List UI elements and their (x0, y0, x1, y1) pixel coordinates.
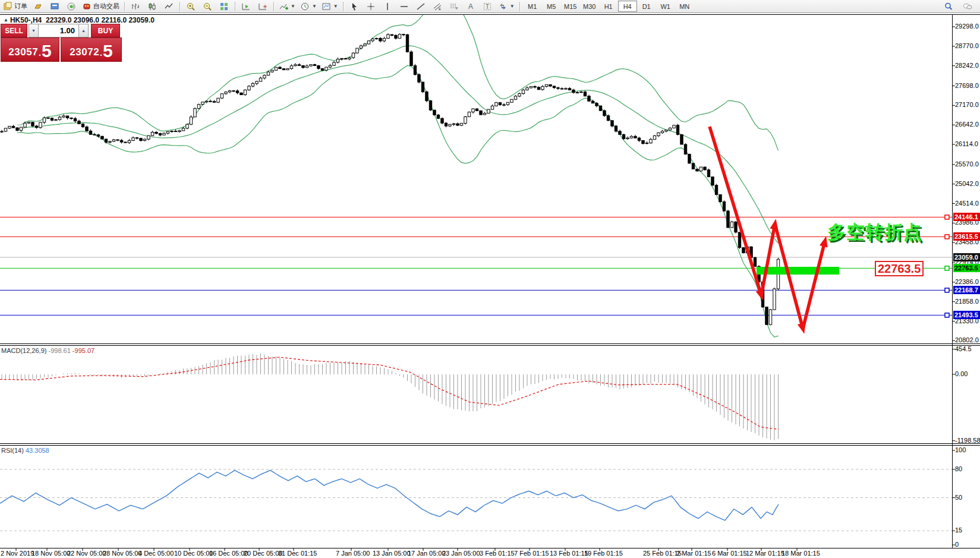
price-tick: 28770.0 (955, 42, 979, 49)
price-line-label: 23615.5 (953, 232, 980, 241)
time-tick-label: 12 Mar 01:15 (746, 550, 784, 557)
chat-icon[interactable] (960, 1, 975, 12)
time-tick-label: 4 Dec 05:00 (138, 550, 174, 557)
signals-icon[interactable] (64, 1, 79, 12)
sell-price-dot: . (39, 46, 41, 59)
timeframe-M30[interactable]: M30 (580, 1, 599, 12)
timeframe-H1[interactable]: H1 (599, 1, 618, 12)
time-tick-label: 22 Nov 05:00 (67, 550, 106, 557)
time-tick-label: 10 Dec 05:00 (174, 550, 213, 557)
candlestick-chart-button[interactable] (144, 1, 160, 12)
rsi-label: RSI(14) 43.3058 (1, 447, 49, 454)
templates-button[interactable]: ▼ (320, 1, 340, 12)
volume-decrease-button[interactable]: ▼ (29, 24, 39, 37)
price-line-label: 22763.5 (953, 264, 980, 272)
text-button[interactable]: A (463, 1, 478, 12)
new-order-button[interactable]: 订单 (1, 1, 29, 12)
macd-label: MACD(12,26,9) -998.61 -995.07 (1, 347, 94, 354)
sell-price-main: 23057 (8, 45, 38, 59)
toolbar-separator (273, 2, 274, 11)
time-tick-label: 2 Nov 2019 (1, 550, 34, 557)
price-tick: 20802.0 (955, 336, 979, 343)
chart-stage[interactable]: ▲HK50-,H4 22329.0 23096.0 22116.0 23059.… (0, 0, 980, 558)
line-chart-button[interactable] (161, 1, 177, 12)
timeframe-M5[interactable]: M5 (542, 1, 561, 12)
price-tick: 21858.0 (955, 298, 979, 305)
auto-scroll-button[interactable] (238, 1, 254, 12)
timeframe-H4[interactable]: H4 (618, 1, 637, 12)
periods-button[interactable]: ▼ (298, 1, 319, 12)
rsi-tick: 80 (955, 465, 962, 472)
symbol-ohlc: 22329.0 23096.0 22116.0 23059.0 (46, 16, 155, 24)
symbol-name: HK50-,H4 (10, 16, 42, 24)
time-tick-label: 19 Feb 01:15 (584, 550, 623, 557)
timeframe-M1[interactable]: M1 (523, 1, 542, 12)
price-tick: 26642.0 (955, 121, 979, 128)
sell-price-frac: 5 (42, 43, 52, 59)
price-tick: 28242.0 (955, 62, 979, 69)
price-tick: 29298.0 (955, 23, 979, 30)
toolbar-separator (179, 2, 180, 11)
macd-tick: 0.00 (955, 370, 968, 377)
rsi-tick: 50 (955, 494, 962, 501)
volume-input[interactable]: 1.00 (39, 24, 78, 37)
buy-price-frac: 5 (103, 43, 113, 59)
time-tick-label: 20 Dec 05:00 (244, 550, 282, 557)
chart-shift-button[interactable] (255, 1, 270, 12)
svg-text:F: F (456, 7, 458, 10)
metaquotes-icon[interactable] (47, 1, 62, 12)
zoom-in-button[interactable] (183, 1, 198, 12)
vertical-line-button[interactable] (380, 1, 395, 12)
time-tick-label: 2 Mar 01:15 (676, 550, 711, 557)
toolbar-separator (235, 2, 235, 11)
price-line-label: 22168.7 (953, 286, 980, 294)
zoom-out-button[interactable] (200, 1, 215, 12)
fibonacci-button[interactable]: F (446, 1, 462, 12)
timeframe-W1[interactable]: W1 (656, 1, 675, 12)
rsi-tick: 15 (955, 527, 962, 534)
time-tick-label: 23 Jan 05:00 (442, 550, 480, 557)
buy-price-main: 23072 (70, 45, 99, 59)
price-tick: 27698.0 (955, 82, 979, 89)
equidistant-channel-button[interactable]: E (430, 1, 445, 12)
horizontal-line-button[interactable] (396, 1, 412, 12)
price-tag-22763[interactable]: 22763.5 (875, 261, 924, 276)
timeframe-MN[interactable]: MN (675, 1, 694, 12)
indicators-button[interactable]: ▼ (277, 1, 297, 12)
text-label-button[interactable]: T (480, 1, 495, 12)
rsi-tick: 0 (955, 541, 959, 548)
price-line-label: 24146.1 (953, 213, 980, 221)
arrows-button[interactable]: ▼ (496, 1, 516, 12)
time-tick-label: 7 Jan 05:00 (336, 550, 370, 557)
autotrading-button[interactable]: 自动交易 (80, 1, 121, 12)
bar-chart-button[interactable] (128, 1, 143, 12)
tile-windows-button[interactable] (216, 1, 232, 12)
chart-canvas[interactable] (0, 0, 980, 558)
timeframe-M15[interactable]: M15 (561, 1, 580, 12)
crosshair-button[interactable] (363, 1, 379, 12)
buy-price[interactable]: 23072 . 5 (61, 37, 122, 62)
turning-point-annotation: 多空转折点 (827, 220, 922, 245)
volume-increase-button[interactable]: ▲ (78, 24, 89, 37)
price-tick: 24514.0 (955, 200, 979, 207)
time-tick-label: 6 Mar 01:15 (712, 550, 747, 557)
time-tick-label: 18 Nov 05:00 (31, 550, 70, 557)
timeframe-D1[interactable]: D1 (637, 1, 656, 12)
buy-button[interactable]: BUY (91, 24, 120, 37)
price-tick: 27170.0 (955, 101, 979, 108)
svg-text:E: E (439, 7, 441, 11)
open-account-icon[interactable] (30, 1, 46, 12)
time-tick-label: 13 Feb 01:15 (550, 550, 588, 557)
search-icon[interactable] (941, 1, 956, 12)
cursor-button[interactable] (346, 1, 362, 12)
macd-tick: -1198.58 (955, 437, 980, 444)
price-tick: 25042.0 (955, 180, 979, 187)
trendline-button[interactable] (413, 1, 428, 12)
time-tick-label: 28 Nov 05:00 (103, 550, 141, 557)
sell-button[interactable]: SELL (1, 24, 27, 37)
time-tick-label: 7 Feb 01:15 (514, 550, 549, 557)
mt4-terminal: 订单自动交易▼▼▼EFAT▼ M1M5M15M30H1H4D1W1MN ▲HK5… (0, 0, 980, 558)
toolbar-separator (124, 2, 125, 11)
price-tick: 26114.0 (955, 140, 978, 147)
sell-price[interactable]: 23057 . 5 (1, 37, 59, 62)
